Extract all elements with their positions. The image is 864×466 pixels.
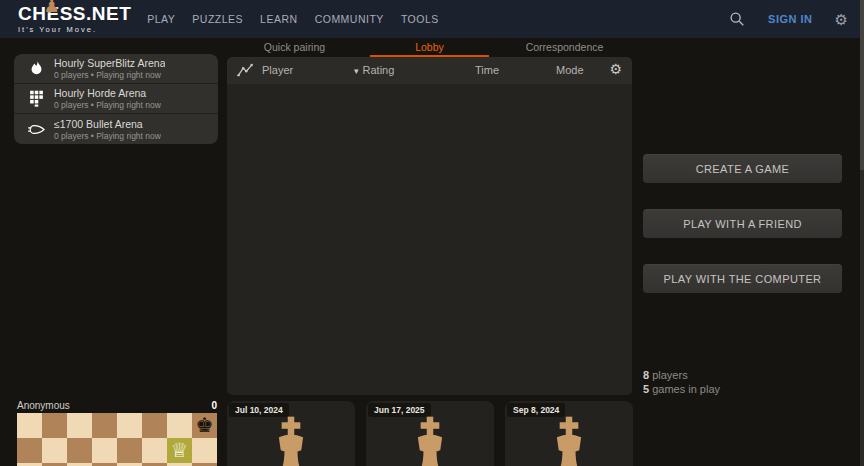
sort-arrow-icon: ▾	[354, 66, 359, 76]
mini-board[interactable]: ♚♕	[17, 413, 217, 466]
board-square[interactable]	[42, 438, 67, 463]
page-scrollbar[interactable]	[860, 0, 864, 466]
tournament-subtitle: 0 players • Playing right now	[54, 131, 161, 141]
lobby-table-header: Player ▾Rating Time Mode ⚙	[227, 57, 632, 84]
tournament-item-superblitz[interactable]: Hourly SuperBlitz Arena 0 players • Play…	[14, 54, 218, 84]
lobby-settings-gear-icon[interactable]: ⚙	[609, 62, 622, 76]
site-logo[interactable]: CHE♟SS.NET It's Your Move.	[18, 4, 131, 34]
board-square[interactable]	[167, 413, 192, 438]
board-square[interactable]	[17, 413, 42, 438]
tournament-item-bullet[interactable]: ≤1700 Bullet Arena 0 players • Playing r…	[14, 114, 218, 144]
tournament-item-horde[interactable]: Hourly Horde Arena 0 players • Playing r…	[14, 84, 218, 114]
tab-quick-pairing[interactable]: Quick pairing	[227, 38, 362, 57]
lobby-tabs: Quick pairing Lobby Correspondence	[227, 38, 632, 57]
tournament-subtitle: 0 players • Playing right now	[54, 100, 161, 110]
board-square[interactable]	[117, 413, 142, 438]
column-header-rating[interactable]: ▾Rating	[354, 64, 394, 76]
lobby-game-list	[227, 84, 632, 395]
sign-in-button[interactable]: SIGN IN	[768, 13, 812, 25]
site-logo-text: CHE♟SS.NET	[18, 4, 131, 23]
menu-item-learn[interactable]: LEARN	[260, 13, 298, 25]
settings-gear-icon[interactable]: ⚙	[835, 12, 848, 27]
site-tagline: It's Your Move.	[18, 26, 131, 34]
board-square[interactable]	[117, 438, 142, 463]
king-piece-icon	[541, 416, 597, 466]
chess-piece[interactable]: ♚	[192, 413, 217, 438]
players-count-line: 8 players	[643, 368, 720, 382]
lobby-panel: Quick pairing Lobby Correspondence Playe…	[227, 38, 632, 395]
menu-item-puzzles[interactable]: PUZZLES	[192, 13, 243, 25]
featured-card[interactable]: Jul 10, 2024	[227, 401, 355, 466]
tab-lobby[interactable]: Lobby	[362, 38, 497, 57]
logo-pawn-icon: ♟	[43, 0, 60, 15]
search-icon[interactable]	[728, 10, 746, 28]
tournament-list: Hourly SuperBlitz Arena 0 players • Play…	[14, 54, 218, 144]
board-square[interactable]	[192, 438, 217, 463]
board-square[interactable]	[92, 413, 117, 438]
graph-filter-icon[interactable]	[237, 63, 254, 78]
column-header-time[interactable]: Time	[475, 64, 499, 76]
games-count-line: 5 games in play	[643, 382, 720, 396]
board-square[interactable]	[92, 438, 117, 463]
board-square[interactable]	[67, 438, 92, 463]
king-piece-icon	[263, 416, 319, 466]
scrollbar-thumb[interactable]	[860, 0, 864, 170]
tournament-title: ≤1700 Bullet Arena	[54, 118, 161, 130]
featured-card[interactable]: Sep 8, 2024	[505, 401, 633, 466]
chess-piece[interactable]: ♕	[167, 438, 192, 463]
main-menu: PLAY PUZZLES LEARN COMMUNITY TOOLS	[147, 13, 439, 25]
menu-item-tools[interactable]: TOOLS	[401, 13, 439, 25]
mini-game-player-name: Anonymous	[17, 400, 70, 411]
create-game-button[interactable]: CREATE A GAME	[643, 154, 842, 183]
board-square[interactable]	[17, 438, 42, 463]
horde-icon	[22, 90, 50, 107]
tournament-title: Hourly Horde Arena	[54, 87, 161, 99]
board-square[interactable]	[42, 413, 67, 438]
play-with-friend-button[interactable]: PLAY WITH A FRIEND	[643, 209, 842, 238]
featured-card[interactable]: Jun 17, 2025	[366, 401, 494, 466]
board-square[interactable]	[142, 438, 167, 463]
play-with-computer-button[interactable]: PLAY WITH THE COMPUTER	[643, 264, 842, 293]
mini-game-score: 0	[211, 400, 217, 411]
menu-item-play[interactable]: PLAY	[147, 13, 175, 25]
board-square[interactable]	[142, 413, 167, 438]
featured-game-widget[interactable]: Anonymous 0 ♚♕	[17, 400, 217, 466]
tournament-subtitle: 0 players • Playing right now	[54, 70, 165, 80]
king-piece-icon	[402, 416, 458, 466]
menu-item-community[interactable]: COMMUNITY	[315, 13, 384, 25]
featured-card-date: Jul 10, 2024	[229, 403, 289, 417]
bullet-icon	[22, 120, 50, 139]
column-header-mode[interactable]: Mode	[556, 64, 584, 76]
board-square[interactable]	[67, 413, 92, 438]
navbar-right: SIGN IN ⚙	[728, 10, 848, 28]
tab-correspondence[interactable]: Correspondence	[497, 38, 632, 57]
top-navbar: CHE♟SS.NET It's Your Move. PLAY PUZZLES …	[0, 0, 864, 38]
featured-card-date: Jun 17, 2025	[368, 403, 431, 417]
column-header-player[interactable]: Player	[262, 64, 293, 76]
tournament-title: Hourly SuperBlitz Arena	[54, 57, 165, 69]
featured-card-date: Sep 8, 2024	[507, 403, 565, 417]
flame-icon	[22, 60, 50, 77]
site-stats: 8 players 5 games in play	[643, 368, 720, 396]
